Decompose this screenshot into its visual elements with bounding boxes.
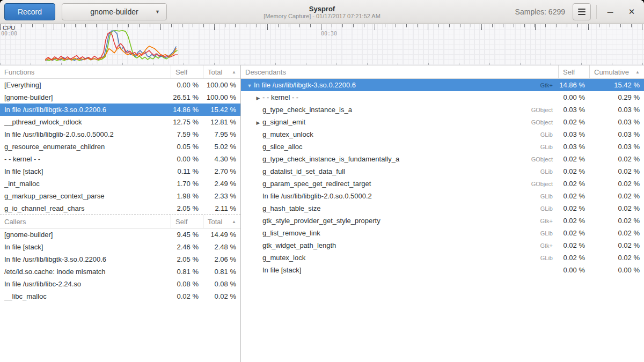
cumulative-percent: 0.02 % [589, 192, 644, 200]
tree-row[interactable]: ▶- - kernel - -0.00 %0.29 % [241, 91, 644, 104]
minimize-button[interactable]: ─ [602, 4, 618, 20]
tree-row[interactable]: gtk_widget_path_lengthGtk+0.02 %0.02 % [241, 239, 644, 252]
column-header-self[interactable]: Self [171, 215, 203, 228]
self-percent: 0.02 % [558, 118, 589, 126]
total-percent: 5.02 % [203, 143, 240, 151]
library-label: GLib [540, 230, 558, 237]
self-percent: 1.98 % [171, 192, 203, 200]
record-button[interactable]: Record [4, 3, 55, 20]
library-label: Gtk+ [540, 242, 558, 249]
tree-row[interactable]: gtk_style_provider_get_style_propertyGtk… [241, 215, 644, 227]
library-label: Gtk+ [540, 218, 558, 224]
function-name: g_type_check_instance_is_fundamentally_a [262, 155, 399, 163]
window-subtitle: [Memory Capture] - 01/17/2017 07:21:52 A… [264, 13, 380, 20]
cumulative-percent: 0.02 % [589, 229, 644, 237]
column-header-callers[interactable]: Callers [0, 218, 171, 226]
cumulative-percent: 0.29 % [589, 93, 644, 101]
self-percent: 0.02 % [558, 192, 589, 200]
self-percent: 0.00 % [171, 155, 203, 163]
column-header-self[interactable]: Self [558, 65, 589, 78]
cumulative-percent: 15.42 % [589, 81, 644, 89]
cumulative-percent: 0.02 % [589, 167, 644, 175]
tree-row[interactable]: g_hash_table_sizeGLib0.02 %0.02 % [241, 202, 644, 215]
function-name: g_signal_emit [262, 118, 305, 126]
library-label: GObject [531, 156, 558, 162]
table-row[interactable]: g_resource_enumerate_children0.05 %5.02 … [0, 141, 240, 153]
self-percent: 0.03 % [558, 106, 589, 114]
table-row[interactable]: In file /usr/lib/libgtk-3.so.0.2200.62.0… [0, 253, 240, 265]
tree-row[interactable]: g_slice_allocGLib0.03 %0.03 % [241, 141, 644, 153]
table-row[interactable]: [gnome-builder]9.45 %14.49 % [0, 228, 240, 241]
function-name: g_datalist_id_set_data_full [262, 167, 345, 175]
function-name: g_param_spec_get_redirect_target [262, 180, 371, 188]
table-row[interactable]: /etc/ld.so.cache: inode mismatch0.81 %0.… [0, 265, 240, 278]
cumulative-percent: 0.02 % [589, 155, 644, 163]
column-header-cumulative[interactable]: Cumulative ▲ [589, 65, 644, 78]
tree-row[interactable]: g_param_spec_get_redirect_targetGObject0… [241, 178, 644, 190]
table-row[interactable]: g_io_channel_read_chars2.05 %2.11 % [0, 202, 240, 215]
cpu-usage-graph[interactable]: CPU 00:00 00:30 [0, 24, 644, 65]
tree-row[interactable]: In file /usr/lib/libglib-2.0.so.0.5000.2… [241, 190, 644, 202]
cpu-series-cpu0 [46, 31, 177, 61]
table-row[interactable]: In file /usr/lib/libc-2.24.so0.08 %0.08 … [0, 278, 240, 290]
callers-section: Callers Self Total ▲ [gnome-builder]9.45… [0, 215, 240, 302]
tree-row[interactable]: ▶g_signal_emitGObject0.02 %0.03 % [241, 116, 644, 128]
hamburger-icon [578, 9, 586, 10]
table-row[interactable]: [gnome-builder]26.51 %100.00 % [0, 91, 240, 104]
tree-row[interactable]: g_datalist_id_set_data_fullGLib0.02 %0.0… [241, 165, 644, 178]
self-percent: 2.05 % [171, 204, 203, 212]
table-row[interactable]: _int_malloc1.70 %2.49 % [0, 178, 240, 190]
cumulative-percent: 0.02 % [589, 180, 644, 188]
function-name: g_io_channel_read_chars [0, 204, 171, 212]
function-name: __pthread_rwlock_rdlock [0, 118, 171, 126]
total-percent: 100.00 % [203, 93, 240, 101]
close-button[interactable]: ✕ [624, 4, 640, 20]
tree-row[interactable]: ▼In file /usr/lib/libgtk-3.so.0.2200.6Gt… [241, 79, 644, 91]
table-row[interactable]: [Everything]0.00 %100.00 % [0, 79, 240, 91]
sort-ascending-icon: ▲ [232, 70, 236, 75]
total-percent: 2.33 % [203, 192, 240, 200]
tree-row[interactable]: g_list_remove_linkGLib0.02 %0.02 % [241, 227, 644, 239]
tree-row[interactable]: g_mutex_unlockGLib0.03 %0.03 % [241, 128, 644, 141]
table-row[interactable]: In file /usr/lib/libglib-2.0.so.0.5000.2… [0, 128, 240, 141]
time-label-mid: 00:30 [321, 31, 337, 36]
tree-row[interactable]: g_mutex_lockGLib0.02 %0.02 % [241, 252, 644, 264]
expander-closed-icon[interactable]: ▶ [254, 95, 262, 101]
self-percent: 0.02 % [558, 229, 589, 237]
table-row[interactable]: g_markup_parse_context_parse1.98 %2.33 % [0, 190, 240, 202]
total-percent: 4.30 % [203, 155, 240, 163]
total-percent: 15.42 % [203, 106, 240, 114]
table-row[interactable]: - - kernel - -0.00 %4.30 % [0, 153, 240, 165]
column-header-self[interactable]: Self [171, 65, 203, 78]
self-percent: 0.08 % [171, 280, 203, 288]
process-selector-dropdown[interactable]: gnome-builder ▼ [62, 3, 167, 20]
table-row[interactable]: __pthread_rwlock_rdlock12.75 %12.81 % [0, 116, 240, 128]
table-row[interactable]: In file /usr/lib/libgtk-3.so.0.2200.614.… [0, 104, 240, 116]
table-row[interactable]: In file [stack]0.11 %2.70 % [0, 165, 240, 178]
column-header-total[interactable]: Total ▲ [203, 215, 240, 228]
table-row[interactable]: __libc_malloc0.02 %0.02 % [0, 290, 240, 302]
column-header-total[interactable]: Total ▲ [203, 65, 240, 78]
cumulative-percent: 0.02 % [589, 217, 644, 225]
descendants-table-header: Descendants Self Cumulative ▲ [241, 65, 644, 79]
self-percent: 7.59 % [171, 130, 203, 138]
tree-row[interactable]: g_type_check_instance_is_aGObject0.03 %0… [241, 104, 644, 116]
self-percent: 14.86 % [558, 81, 589, 89]
expander-closed-icon[interactable]: ▶ [254, 120, 262, 125]
functions-table-header: Functions Self Total ▲ [0, 65, 240, 79]
cpu-series-cpu1 [46, 31, 176, 60]
table-row[interactable]: In file [stack]2.46 %2.48 % [0, 241, 240, 253]
self-percent: 1.70 % [171, 180, 203, 188]
tree-row[interactable]: g_type_check_instance_is_fundamentally_a… [241, 153, 644, 165]
samples-count: Samples: 6299 [515, 8, 565, 16]
column-header-functions[interactable]: Functions [0, 68, 171, 76]
function-name: [Everything] [0, 81, 171, 89]
expander-open-icon[interactable]: ▼ [245, 83, 254, 88]
column-header-descendants[interactable]: Descendants [241, 68, 558, 76]
cumulative-percent: 0.03 % [589, 106, 644, 114]
tree-row[interactable]: In file [stack]0.00 %0.00 % [241, 264, 644, 276]
function-name: g_hash_table_size [262, 204, 320, 212]
function-name: [gnome-builder] [0, 93, 171, 101]
hamburger-menu-button[interactable] [573, 3, 591, 20]
self-percent: 2.46 % [171, 243, 203, 251]
